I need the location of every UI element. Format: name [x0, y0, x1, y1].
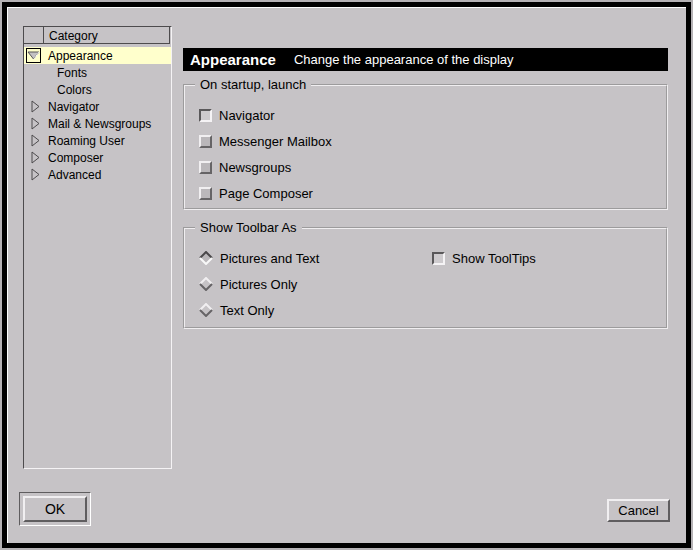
checkbox-row-show-tooltips[interactable]: Show ToolTips — [432, 251, 536, 265]
radio-label: Pictures Only — [220, 277, 297, 292]
triangle-right-icon[interactable] — [31, 100, 41, 116]
ok-default-frame: OK — [19, 492, 91, 526]
tree-item-roaming-user[interactable]: Roaming User — [24, 132, 171, 149]
tree-item-label: Roaming User — [48, 134, 125, 148]
category-tree: Category Appearance Fonts Colors — [23, 26, 172, 469]
checkbox-label: Newsgroups — [219, 160, 291, 175]
messenger-mailbox-checkbox[interactable] — [199, 135, 212, 148]
checkbox-label: Show ToolTips — [452, 251, 536, 266]
tree-item-composer[interactable]: Composer — [24, 149, 171, 166]
page-subtitle: Change the appearance of the display — [294, 52, 514, 67]
startup-launch-legend: On startup, launch — [195, 77, 311, 92]
tree-rows: Appearance Fonts Colors Navigator — [24, 47, 171, 183]
checkbox-row-messenger-mailbox[interactable]: Messenger Mailbox — [199, 134, 332, 148]
ok-button[interactable]: OK — [23, 496, 87, 522]
tree-item-label: Colors — [57, 83, 92, 97]
toolbar-radio-rows: Pictures and Text Pictures Only Text Onl… — [199, 251, 319, 329]
radio-row-pictures-only[interactable]: Pictures Only — [199, 277, 319, 291]
radio-label: Pictures and Text — [220, 251, 319, 266]
checkbox-label: Page Composer — [219, 186, 313, 201]
diamond-radio-icon[interactable] — [199, 277, 213, 291]
tree-item-label: Appearance — [48, 49, 113, 63]
header-divider — [43, 27, 44, 43]
navigator-checkbox[interactable] — [199, 109, 212, 122]
tree-item-label: Mail & Newsgroups — [48, 117, 151, 131]
checkbox-label: Navigator — [219, 108, 275, 123]
tree-item-colors[interactable]: Colors — [24, 81, 171, 98]
checkbox-row-page-composer[interactable]: Page Composer — [199, 186, 332, 200]
show-tooltips-checkbox[interactable] — [432, 252, 445, 265]
radio-row-pictures-and-text[interactable]: Pictures and Text — [199, 251, 319, 265]
category-column-header: Category — [23, 26, 170, 44]
preferences-dialog: Category Appearance Fonts Colors — [0, 0, 693, 550]
triangle-right-icon[interactable] — [31, 151, 41, 167]
tree-item-advanced[interactable]: Advanced — [24, 166, 171, 183]
checkbox-label: Messenger Mailbox — [219, 134, 332, 149]
tree-item-fonts[interactable]: Fonts — [24, 64, 171, 81]
triangle-right-icon[interactable] — [31, 168, 41, 184]
triangle-down-icon[interactable] — [26, 48, 41, 63]
diamond-radio-icon[interactable] — [199, 303, 213, 317]
triangle-right-icon[interactable] — [31, 134, 41, 150]
tree-item-label: Fonts — [57, 66, 87, 80]
startup-launch-group: On startup, launch Navigator Messenger M… — [183, 84, 668, 210]
radio-row-text-only[interactable]: Text Only — [199, 303, 319, 317]
tree-item-mail-newsgroups[interactable]: Mail & Newsgroups — [24, 115, 171, 132]
cancel-button[interactable]: Cancel — [607, 499, 670, 522]
tree-item-appearance[interactable]: Appearance — [24, 47, 171, 64]
show-toolbar-as-group: Show Toolbar As Pictures and Text Pictur… — [183, 227, 668, 329]
radio-label: Text Only — [220, 303, 274, 318]
page-title: Appearance — [190, 51, 276, 68]
checkbox-row-navigator[interactable]: Navigator — [199, 108, 332, 122]
category-header-label: Category — [49, 29, 98, 43]
checkbox-row-newsgroups[interactable]: Newsgroups — [199, 160, 332, 174]
page-composer-checkbox[interactable] — [199, 187, 212, 200]
triangle-right-icon[interactable] — [31, 117, 41, 133]
tree-item-label: Navigator — [48, 100, 99, 114]
tree-item-label: Composer — [48, 151, 103, 165]
tree-item-label: Advanced — [48, 168, 101, 182]
newsgroups-checkbox[interactable] — [199, 161, 212, 174]
diamond-radio-icon[interactable] — [199, 251, 213, 265]
startup-launch-rows: Navigator Messenger Mailbox Newsgroups P… — [199, 108, 332, 212]
page-title-bar: Appearance Change the appearance of the … — [183, 48, 668, 71]
tree-item-navigator[interactable]: Navigator — [24, 98, 171, 115]
show-toolbar-as-legend: Show Toolbar As — [195, 220, 302, 235]
